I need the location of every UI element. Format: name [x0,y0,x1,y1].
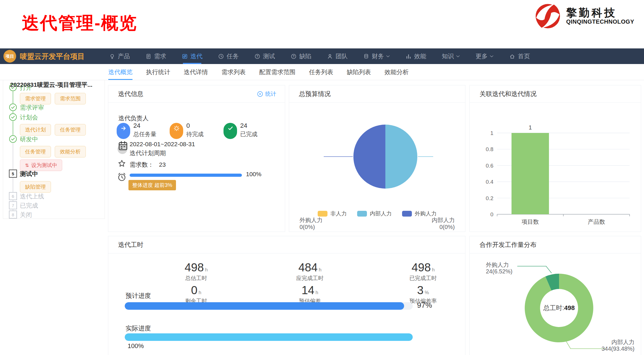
svg-text:?: ? [293,55,294,58]
svg-text:?: ? [256,55,258,58]
stats-link[interactable]: 统计 [257,90,276,98]
svg-text:项目数: 项目数 [522,219,539,225]
stage-label: 已完成 [20,202,38,210]
nav-item-requirement[interactable]: 需求 [138,48,174,64]
donut-center-label: 总工时:498 [543,304,575,312]
actual-progress-fill [125,333,413,341]
donut-label-outsourced: 外购人力 24(6.52%) [486,262,512,275]
tab-8[interactable]: 效能分析 [384,64,409,80]
actual-progress-label: 实际进度 [126,324,151,333]
card-title-relation: 关联迭代和迭代情况 [480,90,537,98]
set-testing-button[interactable]: ⇅设为测试中 [20,159,62,171]
arrow-right-icon [120,125,127,132]
stage-circle-pending: 6 [9,192,17,200]
legend-item[interactable]: 外购人力 [402,210,437,217]
nav-item-finance[interactable]: 财务 [355,48,398,64]
svg-text:产品数: 产品数 [588,219,605,225]
nav-item-menu-10[interactable]: 更多 [468,48,501,64]
requirement-count-label: 需求数： [130,161,154,168]
nav-item-label: 迭代 [190,52,202,60]
stage-action-button[interactable]: 任务管理 [20,146,51,157]
tab-7[interactable]: 缺陷列表 [347,64,371,80]
nav-item-label: 缺陷 [299,52,311,60]
budget-card: 总预算情况 外购人力 0(0%) 内部人力 0(0%) 非人力内部人力外购人力 [289,85,465,232]
stage-label: 迭代上线 [20,192,44,200]
stage-circle-done [9,113,17,121]
tab-2[interactable]: 执行统计 [146,64,170,80]
work-hours-card: 迭代工时 498h 总估工时 0h 剩余工时 484h 应完成工时 14h 预估… [108,236,465,355]
hours-col-completed: 498h 已完成工时 3% 预估偏差率 [377,262,469,305]
sidebar-project-title: 20220831唛盟云-项目管理平... [10,81,103,89]
requirement-icon [145,53,151,59]
project-badge: 项目 [3,50,16,63]
legend-label: 外购人力 [415,210,437,217]
hours-col-due: 484h 应完成工时 14h 预估偏差 [264,262,356,305]
tab-bar: 迭代概览执行统计迭代详情需求列表配置需求范围任务列表缺陷列表效能分析 [0,64,644,80]
play-circle-icon [257,91,263,97]
requirement-count-row: 需求数：23 [130,161,166,169]
nav-item-label: 需求 [154,52,166,60]
finance-icon [363,53,369,59]
total-tasks-label: 总任务量 [133,130,156,138]
card-title-work-hours: 迭代工时 [118,241,143,249]
nav-item-performance[interactable]: 效能 [398,48,434,64]
relation-card: 关联迭代和迭代情况 00.20.40.60.81项目数1产品数 [469,85,641,232]
tab-label: 效能分析 [384,68,409,76]
stage-action-button[interactable]: 任务管理 [55,124,86,136]
nav-item-menu-9[interactable]: 知识 [434,48,468,64]
nav-item-task[interactable]: 任务 [210,48,247,64]
home-icon [509,53,515,59]
team-icon [327,53,333,59]
tab-label: 执行统计 [146,68,170,76]
nav-item-product[interactable]: 产品 [101,48,138,64]
stage-action-button[interactable]: 效能分析 [55,146,86,157]
stage-action-button[interactable]: 缺陷管理 [20,181,51,193]
overall-progress-text: 100% [246,171,262,178]
iteration-stage-sidebar: 20220831唛盟云-项目管理平... 打开需求管理需求范围需求评审计划会迭代… [3,80,105,219]
pie-label-outsourced: 外购人力 0(0%) [300,217,323,230]
tab-label: 任务列表 [309,68,333,76]
stage-label: 需求评审 [20,104,44,112]
expected-progress-label: 预计进度 [126,292,151,300]
tab-3[interactable]: 迭代详情 [184,64,208,80]
nav-item-test[interactable]: ?测试 [247,48,283,64]
set-testing-label: 设为测试中 [31,162,57,169]
chevron-down-icon [490,55,494,58]
logo-swirl-icon [534,2,562,30]
iteration-owner-label: 迭代负责人 [118,114,149,122]
task-icon [218,53,224,59]
spinner-icon [173,125,180,132]
tab-label: 迭代概览 [108,68,132,76]
stage-action-button[interactable]: 迭代计划 [20,124,51,136]
expected-progress-bar [125,302,413,310]
nav-item-label: 任务 [227,52,239,60]
stage-circle-pending: 8 [9,211,17,219]
svg-text:1: 1 [490,130,493,136]
page-header: 迭代管理-概览 擎勤科技 QINQINGTECHNOLOGY [0,0,644,48]
expected-progress-text: 97% [417,301,432,310]
nav-item-defect[interactable]: ?缺陷 [283,48,319,64]
stage-action-button[interactable]: 需求范围 [55,93,86,104]
cooperation-card: 合作开发工作量分布 外购人力 24(6.52%) 内部人力 344(93.48%… [469,236,641,355]
budget-legend: 非人力内部人力外购人力 [289,210,465,217]
tab-1[interactable]: 迭代概览 [108,64,132,80]
check-icon [227,125,234,132]
legend-swatch [402,211,412,217]
nav-item-team[interactable]: 团队 [319,48,355,64]
nav-item-iteration[interactable]: 迭代 [174,48,210,64]
test-icon: ? [254,53,260,59]
nav-item-label: 更多 [476,52,488,60]
star-icon [117,159,127,169]
tab-5[interactable]: 配置需求范围 [259,64,296,80]
stage-action-button[interactable]: 需求管理 [20,93,51,104]
tab-6[interactable]: 任务列表 [309,64,333,80]
total-tasks-value: 24 [133,122,140,129]
chevron-down-icon [386,55,390,58]
nav-item-home[interactable]: 首页 [501,48,538,64]
legend-item[interactable]: 非人力 [318,210,347,217]
tab-4[interactable]: 需求列表 [221,64,246,80]
legend-item[interactable]: 内部人力 [357,210,392,217]
svg-text:0.6: 0.6 [486,163,493,169]
stage-circle-done [9,103,17,111]
stage-label: 研发中 [20,135,38,143]
